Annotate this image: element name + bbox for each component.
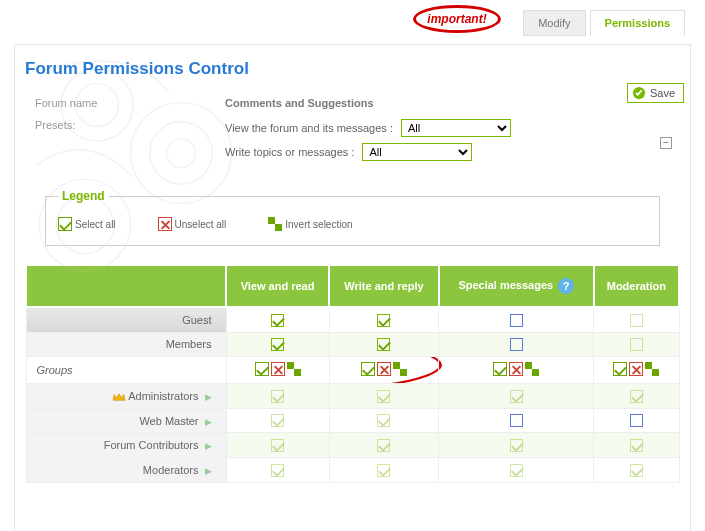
row-administrators: Administrators▶ <box>26 384 679 409</box>
bulk-sel-write[interactable] <box>361 362 375 376</box>
help-icon[interactable]: ? <box>558 278 574 294</box>
cb-admin-write[interactable] <box>377 390 390 403</box>
preset-view-select[interactable]: All <box>401 119 511 137</box>
cb-members-write[interactable] <box>377 338 390 351</box>
page-title: Forum Permissions Control <box>25 59 680 79</box>
bulk-unsel-special[interactable] <box>509 362 523 376</box>
legend-fieldset: Legend Select all Unselect all Invert se… <box>45 189 660 246</box>
forum-name-label: Forum name <box>35 97 225 109</box>
forum-name-value: Comments and Suggestions <box>225 97 374 109</box>
row-groups: Groups <box>26 357 679 384</box>
row-label-guest: Guest <box>26 307 226 332</box>
permissions-table: View and read Write and reply Special me… <box>25 264 680 483</box>
preset-write-label: Write topics or messages : <box>225 146 354 158</box>
presets-label: Presets: <box>35 119 225 167</box>
row-contributors: Forum Contributors▶ <box>26 433 679 458</box>
chevron-icon: ▶ <box>205 441 212 451</box>
bulk-sel-special[interactable] <box>493 362 507 376</box>
col-blank <box>26 265 226 307</box>
chevron-icon: ▶ <box>205 417 212 427</box>
col-write: Write and reply <box>329 265 439 307</box>
legend-select-all[interactable]: Select all <box>58 217 116 231</box>
legend-invert[interactable]: Invert selection <box>268 217 352 231</box>
row-label-webmaster[interactable]: Web Master▶ <box>26 408 226 433</box>
select-all-icon <box>58 217 72 231</box>
invert-icon <box>268 217 282 231</box>
cb-guest-mod[interactable] <box>630 314 643 327</box>
bulk-inv-mod[interactable] <box>645 362 659 376</box>
cb-mod-special[interactable] <box>510 464 523 477</box>
preset-write-select[interactable]: All <box>362 143 472 161</box>
legend-unselect-all[interactable]: Unselect all <box>158 217 227 231</box>
row-webmaster: Web Master▶ <box>26 408 679 433</box>
cb-admin-special[interactable] <box>510 390 523 403</box>
bulk-inv-special[interactable] <box>525 362 539 376</box>
bulk-sel-view[interactable] <box>255 362 269 376</box>
chevron-icon: ▶ <box>205 466 212 476</box>
cb-members-special[interactable] <box>510 338 523 351</box>
cb-guest-write[interactable] <box>377 314 390 327</box>
row-label-contrib[interactable]: Forum Contributors▶ <box>26 433 226 458</box>
row-label-admin[interactable]: Administrators▶ <box>26 384 226 409</box>
legend-title: Legend <box>58 189 109 203</box>
bulk-unsel-write[interactable] <box>377 362 391 376</box>
cb-admin-mod[interactable] <box>630 390 643 403</box>
chevron-icon: ▶ <box>205 392 212 402</box>
cb-mod-view[interactable] <box>271 464 284 477</box>
bulk-unsel-view[interactable] <box>271 362 285 376</box>
col-moderation: Moderation <box>594 265 679 307</box>
row-moderators: Moderators▶ <box>26 457 679 482</box>
cb-wm-view[interactable] <box>271 414 284 427</box>
bulk-sel-mod[interactable] <box>613 362 627 376</box>
cb-members-view[interactable] <box>271 338 284 351</box>
cb-fc-write[interactable] <box>377 439 390 452</box>
row-label-members: Members <box>26 332 226 357</box>
crown-icon <box>112 392 126 402</box>
cb-mod-mod[interactable] <box>630 464 643 477</box>
tab-permissions[interactable]: Permissions <box>590 10 685 36</box>
preset-view-label: View the forum and its messages : <box>225 122 393 134</box>
cb-mod-write[interactable] <box>377 464 390 477</box>
cb-wm-special[interactable] <box>510 414 523 427</box>
bulk-inv-write[interactable] <box>393 362 407 376</box>
row-label-groups: Groups <box>26 357 226 384</box>
tab-modify[interactable]: Modify <box>523 10 585 36</box>
annotation-important: important! <box>413 5 501 33</box>
unselect-all-icon <box>158 217 172 231</box>
row-guest: Guest <box>26 307 679 332</box>
col-view: View and read <box>226 265 329 307</box>
cb-admin-view[interactable] <box>271 390 284 403</box>
col-special: Special messages ? <box>439 265 594 307</box>
bulk-inv-view[interactable] <box>287 362 301 376</box>
cb-guest-special[interactable] <box>510 314 523 327</box>
cb-members-mod[interactable] <box>630 338 643 351</box>
cb-wm-mod[interactable] <box>630 414 643 427</box>
tab-bar: Modify Permissions <box>523 10 685 36</box>
row-label-moderators[interactable]: Moderators▶ <box>26 457 226 482</box>
cb-fc-special[interactable] <box>510 439 523 452</box>
cb-fc-view[interactable] <box>271 439 284 452</box>
cb-wm-write[interactable] <box>377 414 390 427</box>
row-members: Members <box>26 332 679 357</box>
cb-fc-mod[interactable] <box>630 439 643 452</box>
bulk-unsel-mod[interactable] <box>629 362 643 376</box>
permissions-panel: Forum Permissions Control Save − Forum n… <box>14 44 691 531</box>
cb-guest-view[interactable] <box>271 314 284 327</box>
